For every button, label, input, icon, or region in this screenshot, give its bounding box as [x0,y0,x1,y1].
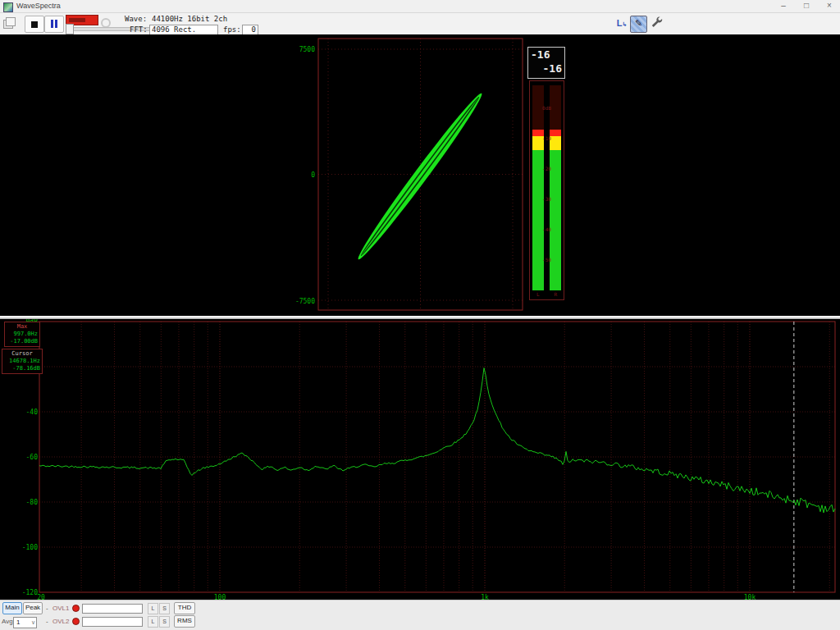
ovl2-input[interactable] [82,617,143,627]
avg-value: 1 [16,619,20,626]
recording-indicator-text [69,18,85,22]
open-file-icon[interactable] [3,17,15,28]
ovl1-input[interactable] [82,604,143,614]
close-button[interactable]: × [819,0,840,12]
spectrum-y-tick-label: -60 [26,454,39,461]
peak-tab-button[interactable]: Peak [23,602,43,614]
cursor-frequency-value: 14678.1Hz [4,358,40,365]
meter-yellow-segment [550,136,561,150]
app-window: WaveSpectra – □ × Wave: 44100Hz 16bit 2c… [0,0,840,630]
spectrum-x-tick-label: 1k [481,594,489,600]
meter-scale-label: -20 [542,167,551,171]
max-frequency-value: 997.0Hz [7,331,38,338]
scope-axis-label: 0 [311,171,315,179]
spectrum-x-tick-label: 100 [214,594,226,600]
spectrum-trace [39,368,835,514]
max-box-title: Max [7,323,38,331]
app-icon [3,2,13,12]
cursor-readout-box: Cursor 14678.1Hz -78.16dB [2,349,43,374]
ovl2-label: OVL2 [52,618,69,625]
s-button-2[interactable]: S [159,616,170,628]
spectrum-y-tick-label: -80 [26,499,39,506]
avg-select[interactable]: 1∨ [13,617,37,628]
peak-level-left: -16 [531,48,550,61]
rms-button[interactable]: RMS [174,615,195,628]
meter-channel-right-label: R [554,291,557,297]
pencil-icon: ✎ [635,18,642,28]
spectrum-plot: 0dB-20-40-60-80-100-120201001k10k [0,319,840,600]
ovl1-led [72,605,80,612]
phase-scope-panel: 75000-7500 -16 -16 0dB-10-20-30-40-50 L … [0,34,840,316]
l-button-2[interactable]: L [148,616,158,628]
toolbar: Wave: 44100Hz 16bit 2ch FFT: 4096 Rect. … [0,13,840,35]
s-button-1[interactable]: S [159,603,170,614]
maximize-button[interactable]: □ [796,0,817,12]
cursor-box-title: Cursor [4,350,40,358]
meter-channel-left-label: L [536,291,540,297]
wave-label: Wave: [125,15,147,23]
dash-separator: - [46,605,48,612]
spectrum-x-tick-label: 20 [37,594,45,600]
ovl1-label: OVL1 [52,605,69,612]
meter-scale-label: -10 [542,136,551,141]
status-bar: Main Peak - OVL1 L S THD Avg: 1∨ - OVL2 … [0,600,840,630]
fft-label: FFT: [130,25,148,34]
meter-scale-label: -40 [542,227,551,232]
channel-scale-icon[interactable]: L↳ [615,16,628,30]
scope-axis-label: -7500 [295,298,315,305]
chevron-down-icon: ∨ [31,618,35,627]
meter-scale-label: -30 [542,197,551,202]
spectrum-border [39,322,835,592]
main-tab-button[interactable]: Main [2,602,22,614]
wave-value: 44100Hz 16bit 2ch [149,14,241,25]
spectrum-x-tick-label: 10k [744,594,756,600]
dash-separator-2: - [46,618,48,625]
seek-slider-thumb[interactable] [66,24,74,34]
spectrum-y-tick-label: -40 [26,409,39,416]
spectrum-y-tick-label: -120 [22,589,38,596]
cursor-level-value: -78.16dB [4,365,40,372]
window-title: WaveSpectra [16,2,61,10]
stop-icon [31,21,38,28]
max-level-value: -17.00dB [7,338,38,345]
meter-scale-label: -50 [542,258,551,262]
max-readout-box: Max 997.0Hz -17.00dB [4,322,40,347]
l-button-1[interactable]: L [148,603,158,614]
thd-button[interactable]: THD [174,602,195,614]
meter-scale-label: 0dB [542,106,551,111]
display-settings-button[interactable]: ✎ [630,16,647,33]
wrench-icon [650,16,663,29]
level-meter-bar-right [550,85,561,290]
spectrum-panel: 0dB-20-40-60-80-100-120201001k10k Max 99… [0,319,840,600]
title-bar: WaveSpectra – □ × [0,0,840,13]
meter-unlit-segment [550,85,561,130]
level-meter: 0dB-10-20-30-40-50 L R [529,80,564,300]
meter-red-segment [550,130,561,136]
meter-green-segment [550,150,561,290]
ovl2-led [72,618,80,625]
minimize-button[interactable]: – [773,0,794,12]
scope-axis-label: 7500 [299,46,315,53]
spectrum-y-tick-label: -100 [22,544,38,551]
fps-label: fps: [223,25,241,34]
settings-button[interactable] [648,16,664,31]
peak-level-right: -16 [543,62,562,75]
stop-button[interactable] [25,16,44,33]
lissajous-figure [353,89,486,263]
peak-level-readout: -16 -16 [527,47,565,79]
lissajous-plot: 75000-7500 [0,34,840,316]
